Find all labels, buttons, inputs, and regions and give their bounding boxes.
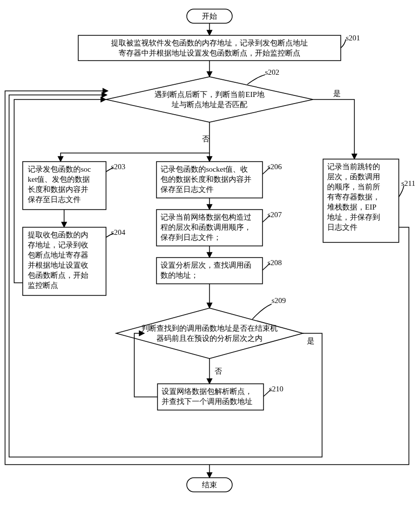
label-s209: s209	[272, 296, 286, 305]
edge-no-1: 否	[202, 135, 209, 143]
node-s202	[106, 77, 313, 122]
s203-line2: ket值、发包的数据	[28, 175, 90, 183]
edge-no-2: 否	[215, 367, 222, 375]
label-s208: s208	[268, 259, 282, 267]
edge-s202-s203	[61, 122, 209, 162]
flowchart-svg: 开始 提取被监视软件发包函数的内存地址，记录到发包断点地址 寄存器中并根据地址设…	[0, 0, 420, 505]
edge-s202-s211	[313, 99, 354, 159]
edge-yes-2: 是	[307, 337, 314, 345]
s209-line1: 判断查找到的调用函数地址是否在结束机	[141, 324, 278, 332]
s204-line5: 包函数断点，开始	[28, 271, 88, 279]
s211-line2: 层次，函数调用	[327, 173, 380, 181]
s203-line3: 长度和数据内容并	[28, 185, 88, 193]
s211-line3: 的顺序，当前所	[327, 183, 380, 191]
s204-line1: 提取收包函数的内	[28, 231, 88, 239]
s206-line3: 保存至日志文件	[161, 185, 214, 193]
start-label: 开始	[202, 12, 217, 20]
s211-line6: 地址，并保存到	[327, 213, 380, 221]
s204-line4: 并根据地址设置收	[28, 261, 88, 269]
leader-s202	[247, 75, 265, 84]
s207-line3: 保存到日志文件；	[161, 233, 221, 241]
label-s206: s206	[268, 163, 282, 171]
s210-line1: 设置网络数据包解析断点，	[162, 387, 252, 395]
edge-yes-1: 是	[333, 89, 341, 97]
label-s201: s201	[346, 34, 360, 42]
s209-line2: 器码前且在预设的分析层次之内	[156, 334, 262, 342]
s203-line1: 记录发包函数的soc	[28, 165, 91, 173]
leader-s206	[262, 168, 270, 174]
s204-line3: 包断点地址寄存器	[28, 251, 88, 259]
s211-line1: 记录当前跳转的	[327, 163, 380, 171]
leader-s207	[262, 216, 270, 222]
label-s204: s204	[111, 228, 126, 236]
s211-line4: 有寄存器数据，	[327, 193, 380, 201]
leader-s209	[252, 304, 272, 319]
s207-line2: 程的层次和函数调用顺序，	[161, 223, 251, 231]
leader-s210	[264, 390, 271, 396]
s207-line1: 记录当前网络数据包构造过	[161, 213, 251, 221]
label-s203: s203	[111, 163, 125, 171]
end-label: 结束	[202, 481, 217, 489]
leader-s201	[341, 39, 346, 48]
s208-line1: 设置分析层次，查找调用函	[161, 261, 251, 269]
label-s202: s202	[265, 68, 279, 76]
s204-line2: 存地址，记录到收	[28, 241, 88, 249]
s211-line5: 堆栈数据，EIP	[327, 203, 377, 211]
s206-line2: 包的数据长度和数据内容并	[161, 175, 251, 183]
s210-line2: 并查找下一个调用函数地址	[162, 397, 252, 406]
s206-line1: 记录包函数的socket值、收	[161, 165, 248, 173]
s201-line2: 寄存器中并根据地址设置发包函数断点，开始监控断点	[119, 49, 300, 57]
s203-line4: 保存至日志文件	[28, 195, 81, 204]
s208-line2: 数的地址；	[161, 271, 198, 279]
s202-line2: 址与断点地址是否匹配	[171, 100, 247, 109]
leader-s208	[262, 264, 270, 270]
s201-line1: 提取被监视软件发包函数的内存地址，记录到发包断点地址	[111, 39, 308, 47]
s204-line6: 监控断点	[28, 281, 58, 289]
s202-line1: 遇到断点后断下，判断当前EIP地	[154, 90, 265, 98]
s211-line7: 日志文件	[327, 223, 357, 231]
label-s210: s210	[269, 385, 283, 393]
label-s207: s207	[268, 211, 282, 219]
leader-s211	[399, 186, 404, 197]
